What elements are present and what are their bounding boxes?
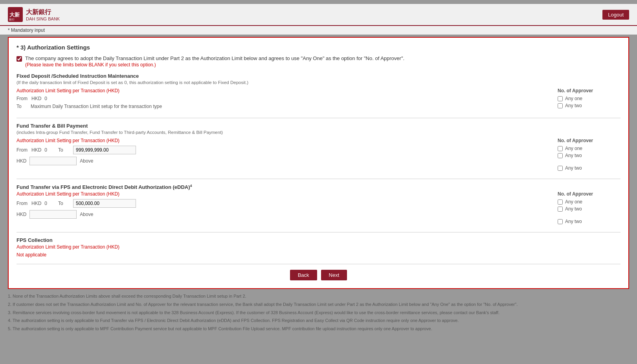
fixed-deposit-section: Fixed Deposit /Scheduled Instruction Mai… [17,73,620,112]
fps-approver-any-one-row[interactable]: Any one [558,199,620,205]
to-max-text: Maximum Daily Transaction Limit setup fo… [31,104,162,109]
fps-approver-any-one-label: Any one [565,199,582,205]
ft-currency: HKD [31,147,41,153]
fps-above-label: Above [80,212,93,217]
fps-edda-from-row: From HKD 0 To [17,199,554,208]
ft-above-currency: HKD [17,158,26,164]
separator-2 [17,179,620,179]
approver-any-two-label: Any two [565,103,582,108]
approver-any-one-row[interactable]: Any one [558,96,620,101]
ft-above-approver-any-two-row[interactable]: Any two [558,165,620,171]
ft-approver-title: No. of Approver [558,138,620,143]
fps-approver-title: No. of Approver [558,191,620,197]
ft-above-label: Above [80,158,93,164]
bank-name-en: DAH SING BANK [26,16,60,21]
approver-any-two-checkbox[interactable] [558,103,563,108]
fps-above-approver-label: Any two [565,219,582,224]
ft-above-approver-checkbox[interactable] [558,166,563,171]
button-row: Back Next [17,270,620,280]
fund-transfer-auth-label: Authorization Limit Setting per Transact… [17,138,554,143]
ft-approver-any-one-label: Any one [565,146,582,151]
ft-above-approver-label: Any two [565,165,582,171]
bank-name-cn: 大新銀行 [26,8,60,16]
fps-approver-any-two-checkbox[interactable] [558,207,563,212]
svg-text:大新: 大新 [9,12,20,18]
ft-to-label: To [58,147,70,153]
ft-approver-any-one-checkbox[interactable] [558,146,563,151]
from-value: 0 [44,96,47,101]
agreement-checkbox-row[interactable]: The company agrees to adopt the Daily Tr… [17,55,620,68]
fixed-deposit-title: Fixed Deposit /Scheduled Instruction Mai… [17,73,620,79]
authorization-settings-form: * 3) Authorization Settings The company … [8,37,629,289]
fps-above-input[interactable] [29,210,77,219]
fps-collection-not-applicable: Not applicable [17,252,620,258]
separator-1 [17,118,620,118]
ft-approver-any-two-label: Any two [565,153,582,158]
fps-edda-auth-label: Authorization Limit Setting per Transact… [17,191,554,197]
fixed-deposit-auth-label: Authorization Limit Setting per Transact… [17,88,554,93]
fps-approver-any-two-row[interactable]: Any two [558,206,620,212]
svg-text:銀行: 銀行 [9,18,15,21]
fps-above-approver-checkbox[interactable] [558,219,563,224]
ft-from-value: 0 [44,147,47,153]
separator-4 [17,264,620,264]
fps-collection-section: FPS Collection Authorization Limit Setti… [17,237,620,258]
approver-title-fixed: No. of Approver [558,88,620,93]
ft-approver-any-one-row[interactable]: Any one [558,146,620,151]
fps-approver-any-one-checkbox[interactable] [558,199,563,205]
back-button[interactable]: Back [290,270,317,280]
fps-above-approver-any-two-row[interactable]: Any two [558,219,620,224]
separator-3 [17,232,620,232]
fps-above-currency: HKD [17,212,26,217]
footnote-3: 3. Remittance services involving cross-b… [8,309,629,316]
fps-edda-sup: 4 [190,184,192,188]
fps-currency: HKD [31,201,41,206]
fixed-deposit-note: (If the daily transaction limit of Fixed… [17,80,620,85]
fps-collection-title: FPS Collection [17,237,620,243]
approver-any-one-label: Any one [565,96,582,101]
fps-to-input[interactable] [73,199,136,208]
footnote-2: 2. If customer does not set the Transact… [8,301,629,308]
from-label: From [17,96,28,101]
fps-to-label: To [58,201,70,206]
fixed-deposit-to-row: To Maximum Daily Transaction Limit setup… [17,104,554,109]
fps-edda-title: Fund Transfer via FPS and Electronic Dir… [17,184,620,190]
ft-above-input[interactable] [29,157,77,165]
fund-transfer-title: Fund Transfer & Bill Payment [17,123,620,129]
ft-to-input[interactable] [73,146,136,154]
agreement-checkbox[interactable] [17,56,22,62]
to-label: To [17,104,28,109]
checkbox-text: The company agrees to adopt the Daily Tr… [25,55,404,61]
fps-approver-any-two-label: Any two [565,206,582,212]
logo-area: 大新 銀行 大新銀行 DAH SING BANK [8,7,60,22]
logout-button[interactable]: Logout [602,10,629,20]
fund-transfer-note: (includes Intra-group Fund Transfer, Fun… [17,130,620,135]
footnote-1: 1. None of the Transaction Authorization… [8,293,629,300]
ft-from-label: From [17,147,28,153]
fps-from-label: From [17,201,28,206]
fps-edda-section: Fund Transfer via FPS and Electronic Dir… [17,184,620,226]
footnotes: 1. None of the Transaction Authorization… [8,293,629,332]
fixed-deposit-from-row: From HKD 0 [17,96,554,101]
currency-hkd: HKD [31,96,41,101]
approver-any-one-checkbox[interactable] [558,96,563,101]
footnote-5: 5. The authorization setting is only app… [8,326,629,333]
fps-collection-auth-label: Authorization Limit Setting per Transact… [17,244,620,250]
fps-from-value: 0 [44,201,47,206]
checkbox-sub-text: (Please leave the limits below BLANK if … [25,62,404,68]
ft-approver-any-two-checkbox[interactable] [558,153,563,158]
next-button[interactable]: Next [321,270,347,280]
fund-transfer-from-row: From HKD 0 To [17,146,554,154]
fund-transfer-section: Fund Transfer & Bill Payment (includes I… [17,123,620,172]
section-title: * 3) Authorization Settings [17,44,620,51]
bank-logo-icon: 大新 銀行 [8,7,23,22]
ft-approver-any-two-row[interactable]: Any two [558,153,620,158]
fps-above-row: HKD Above [17,210,554,219]
fund-transfer-above-row: HKD Above [17,157,554,165]
footnote-4: 4. The authorization setting is only app… [8,317,629,324]
approver-any-two-row[interactable]: Any two [558,103,620,108]
mandatory-note: * Mandatory input [0,26,637,35]
